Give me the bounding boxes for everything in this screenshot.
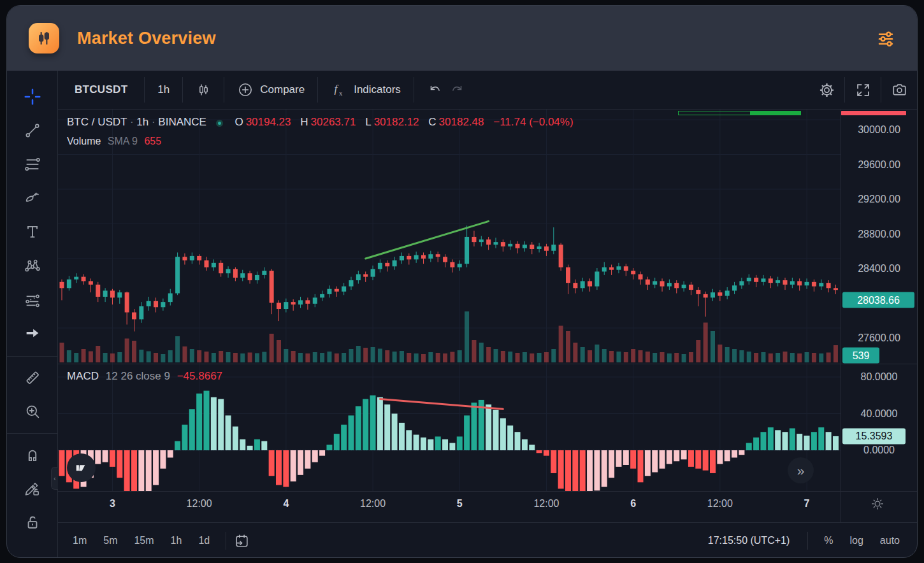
- text-tool[interactable]: [18, 217, 47, 246]
- symbol-button[interactable]: BTCUSDT: [58, 71, 144, 109]
- macd-histogram-chart[interactable]: [58, 364, 841, 491]
- measure-ruler-tool[interactable]: [18, 363, 47, 392]
- redo-button[interactable]: [446, 71, 478, 109]
- red-trendline[interactable]: [380, 399, 503, 410]
- app-logo: [29, 23, 59, 53]
- zoom-in-tool[interactable]: [18, 397, 47, 426]
- log-scale-button[interactable]: log: [842, 531, 872, 550]
- sidebar-collapse-handle[interactable]: ‹: [51, 467, 58, 490]
- market-overview-widget: Market Overview: [6, 5, 918, 558]
- time-axis-label: 7: [804, 498, 810, 510]
- svg-text:f: f: [335, 83, 339, 95]
- price-axis-label: 28400.00: [841, 263, 917, 274]
- interval-1h-button[interactable]: 1h: [162, 531, 191, 550]
- compare-plus-icon: [237, 82, 254, 98]
- widget-header: Market Overview: [7, 6, 917, 71]
- axis-progress-bar-red: [841, 111, 906, 115]
- fx-indicators-icon: f x: [331, 82, 347, 98]
- crosshair-tool[interactable]: [18, 82, 47, 111]
- theme-sun-icon[interactable]: [870, 497, 884, 511]
- price-axis-label: 28800.00: [841, 229, 917, 240]
- legend-interval: 1h: [136, 116, 148, 128]
- svg-text:x: x: [339, 89, 343, 97]
- xabcd-pattern-tool[interactable]: [18, 251, 47, 280]
- undo-button[interactable]: [414, 71, 446, 109]
- sidebar-divider: [7, 433, 57, 434]
- compare-label: Compare: [260, 83, 305, 96]
- price-axis-label: 29200.00: [841, 194, 917, 205]
- scroll-to-recent-button[interactable]: »: [788, 457, 814, 483]
- macd-last-value-badge: 15.3593: [842, 428, 906, 444]
- interval-5m-button[interactable]: 5m: [95, 531, 126, 550]
- fullscreen-button[interactable]: [845, 71, 881, 109]
- price-axis-label: 29600.00: [841, 159, 917, 171]
- macd-pane[interactable]: MACD 12 26 close 9 −45.8667 »: [58, 364, 841, 491]
- interval-button[interactable]: 1h: [145, 71, 182, 109]
- percent-scale-button[interactable]: %: [816, 531, 841, 550]
- candles-layer: [60, 225, 838, 331]
- interval-1m-button[interactable]: 1m: [64, 531, 95, 550]
- candlestick-logo-icon: [36, 30, 52, 46]
- sidebar-divider: [7, 356, 57, 357]
- volume-legend: Volume SMA 9 655: [67, 136, 576, 147]
- tradingview-watermark[interactable]: [67, 453, 96, 482]
- time-axis[interactable]: 312:00412:00512:00612:007: [58, 491, 841, 515]
- volume-bars-layer: [60, 311, 838, 362]
- time-axis-label: 6: [630, 498, 636, 510]
- macd-axis-label: 80.0000: [841, 371, 917, 383]
- fib-retracement-tool[interactable]: [18, 150, 47, 179]
- long-position-tool[interactable]: [18, 285, 47, 314]
- indicators-label: Indicators: [354, 83, 401, 96]
- widget-settings-sliders-icon[interactable]: [876, 29, 895, 48]
- drawing-toolbar: ‹: [7, 71, 58, 558]
- price-pane[interactable]: BTC / USDT · 1h · BINANCE O30194.23 H302…: [58, 110, 841, 364]
- bottombar-divider: [807, 532, 808, 550]
- time-axis-label: 4: [283, 498, 289, 510]
- screenshot-camera-button[interactable]: [881, 71, 917, 109]
- price-grid: [58, 110, 841, 364]
- macd-histogram-layer: [59, 391, 839, 491]
- arrow-tool[interactable]: [18, 318, 47, 348]
- page-title: Market Overview: [77, 29, 216, 48]
- candlestick-chart[interactable]: [58, 110, 841, 364]
- change-readout: −11.74 (−0.04%): [493, 116, 573, 128]
- go-to-date-button[interactable]: [234, 533, 250, 549]
- bottombar-divider: [226, 532, 226, 550]
- macd-axis-label: 40.0000: [841, 408, 917, 420]
- chart-toolbar: BTCUSDT 1h Compare: [58, 71, 917, 110]
- legend-symbol[interactable]: BTC / USDT: [67, 116, 127, 128]
- magnet-mode-tool[interactable]: [18, 440, 47, 469]
- price-axis-label: 30000.00: [841, 124, 917, 136]
- price-axis-label: 27600.00: [841, 332, 917, 344]
- drawing-lock-tool[interactable]: [18, 474, 47, 503]
- range-progress-bar-green: [678, 111, 801, 115]
- interval-15m-button[interactable]: 15m: [126, 531, 162, 550]
- last-price-badge: 28038.66: [842, 292, 914, 308]
- green-trendline[interactable]: [366, 221, 489, 259]
- brush-tool[interactable]: [18, 183, 47, 213]
- chart-style-button[interactable]: [183, 71, 224, 109]
- interval-1d-button[interactable]: 1d: [190, 531, 218, 550]
- auto-scale-button[interactable]: auto: [872, 531, 908, 550]
- price-axis[interactable]: 30000.0029600.0029200.0028800.0028400.00…: [841, 110, 917, 522]
- last-volume-badge: 539: [842, 348, 879, 364]
- time-axis-label: 12:00: [707, 498, 733, 510]
- clock-timezone[interactable]: 17:15:50 (UTC+1): [708, 535, 790, 546]
- time-axis-label: 12:00: [533, 498, 559, 510]
- indicators-button[interactable]: f x Indicators: [318, 71, 414, 109]
- macd-axis-label: 0.0000: [841, 445, 917, 456]
- macd-legend: MACD 12 26 close 9 −45.8667: [67, 370, 222, 383]
- time-axis-label: 12:00: [187, 498, 212, 510]
- market-status-dot[interactable]: [216, 120, 223, 127]
- time-axis-label: 12:00: [360, 498, 386, 510]
- compare-button[interactable]: Compare: [224, 71, 317, 109]
- chart-settings-button[interactable]: [809, 71, 844, 109]
- macd-grid: [58, 364, 841, 491]
- lock-all-tool[interactable]: [18, 508, 47, 537]
- time-axis-label: 3: [110, 498, 115, 510]
- ohlc-readout: O30194.23 H30263.71 L30182.12 C30182.48 …: [235, 116, 575, 128]
- time-axis-label: 5: [457, 498, 463, 510]
- trend-line-tool[interactable]: [18, 116, 47, 145]
- main-legend: BTC / USDT · 1h · BINANCE O30194.23 H302…: [67, 116, 576, 147]
- candles-style-icon: [196, 82, 211, 97]
